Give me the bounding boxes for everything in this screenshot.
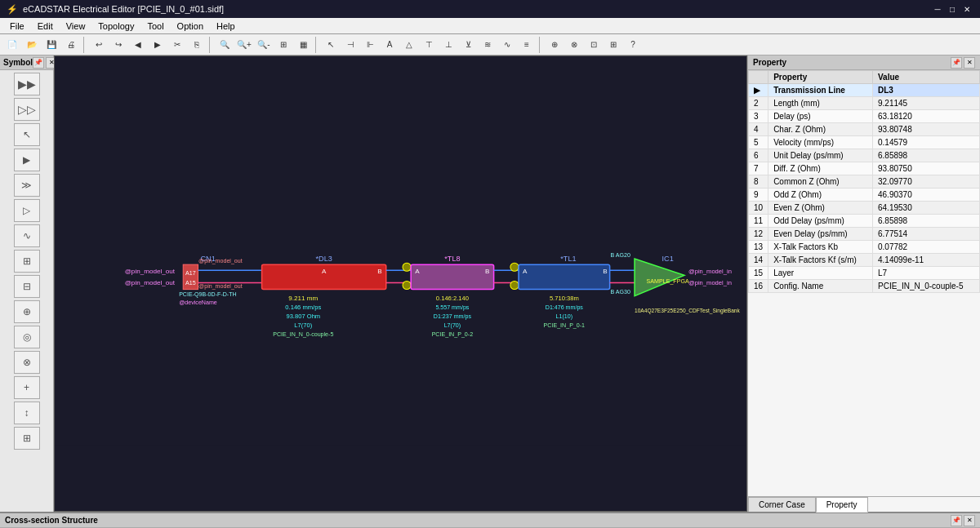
menu-option[interactable]: Option — [171, 20, 210, 33]
tb-zoom-fit[interactable]: ⊞ — [274, 36, 292, 54]
menu-edit[interactable]: Edit — [31, 20, 60, 33]
tb-redo[interactable]: ↪ — [109, 36, 127, 54]
tb-zoom-out[interactable]: 🔍- — [255, 36, 273, 54]
tb-t11[interactable]: ? — [624, 36, 642, 54]
canvas-area[interactable]: CN1 A17 A15 @pin_model_out @pin_model_ou… — [54, 55, 747, 512]
via1[interactable] — [403, 263, 411, 271]
tb-t10[interactable]: ⊞ — [604, 36, 622, 54]
property-row-3[interactable]: 4Char. Z (Ohm)93.80748 — [749, 123, 980, 136]
prop-tab-corner-case[interactable]: Corner Case — [748, 497, 816, 512]
cs-pin[interactable]: 📌 — [951, 515, 962, 526]
symbol-panel-pin[interactable]: 📌 — [33, 57, 44, 69]
property-row-12[interactable]: 13X-Talk Factors Kb0.07782 — [749, 241, 980, 254]
sym-btn-9[interactable]: ⊟ — [14, 275, 40, 298]
schematic-svg[interactable]: CN1 A17 A15 @pin_model_out @pin_model_ou… — [55, 56, 746, 511]
property-row-10[interactable]: 11Odd Delay (ps/mm)6.85898 — [749, 215, 980, 228]
tb-bus[interactable]: ⊩ — [361, 36, 379, 54]
sym-btn-15[interactable]: ⊞ — [14, 427, 40, 450]
tb-label[interactable]: A — [381, 36, 399, 54]
sym-btn-6[interactable]: ▷ — [14, 199, 40, 222]
minimize-button[interactable]: ─ — [931, 2, 944, 16]
sym-btn-2[interactable]: ▷▷ — [14, 98, 40, 121]
svg-text:10A4Q27E3F25E250_CDFTest_Singl: 10A4Q27E3F25E250_CDFTest_SingleBank — [635, 308, 740, 314]
property-row-6[interactable]: 7Diff. Z (Ohm)93.80750 — [749, 162, 980, 175]
property-row-9[interactable]: 10Even Z (Ohm)64.19530 — [749, 202, 980, 215]
property-row-13[interactable]: 14X-Talk Factors Kf (s/m)4.14099e-11 — [749, 254, 980, 267]
ic1-label: IC1 — [662, 255, 674, 263]
maximize-button[interactable]: □ — [946, 2, 959, 16]
sym-btn-5[interactable]: ≫ — [14, 174, 40, 197]
menu-help[interactable]: Help — [210, 20, 242, 33]
property-row-0[interactable]: ▶Transmission LineDL3 — [749, 84, 980, 97]
tb-t5[interactable]: ∿ — [498, 36, 516, 54]
property-pin[interactable]: 📌 — [951, 57, 962, 69]
cs-close[interactable]: ✕ — [964, 515, 975, 526]
property-row-8[interactable]: 9Odd Z (Ohm)46.90370 — [749, 189, 980, 202]
sym-btn-14[interactable]: ↕ — [14, 402, 40, 424]
property-close[interactable]: ✕ — [964, 57, 975, 69]
prop-row-value-9: 64.19530 — [872, 202, 979, 215]
tb-t6[interactable]: ≡ — [518, 36, 536, 54]
prop-row-value-14: L7 — [872, 267, 979, 280]
property-row-1[interactable]: 2Length (mm)9.21145 — [749, 97, 980, 110]
tb-save[interactable]: 💾 — [42, 36, 60, 54]
svg-text:A15: A15 — [185, 280, 196, 286]
property-row-4[interactable]: 5Velocity (mm/ps)0.14579 — [749, 136, 980, 149]
tb-new[interactable]: 📄 — [3, 36, 21, 54]
tb-undo[interactable]: ↩ — [90, 36, 108, 54]
tb-back[interactable]: ◀ — [129, 36, 147, 54]
sym-btn-13[interactable]: + — [14, 376, 40, 399]
tl8-symbol[interactable] — [411, 264, 493, 289]
property-row-5[interactable]: 6Unit Delay (ps/mm)6.85898 — [749, 149, 980, 162]
property-row-15[interactable]: 16Config. NamePCIE_IN_N_0-couple-5 — [749, 280, 980, 293]
sym-btn-3[interactable]: ↖ — [14, 123, 40, 146]
menu-file[interactable]: File — [3, 20, 31, 33]
property-row-2[interactable]: 3Delay (ps)63.18120 — [749, 110, 980, 123]
via4[interactable] — [510, 281, 519, 289]
svg-text:B AG20: B AG20 — [611, 252, 631, 259]
menu-view[interactable]: View — [60, 20, 92, 33]
sym-btn-11[interactable]: ◎ — [14, 326, 40, 348]
tb-t9[interactable]: ⊡ — [585, 36, 603, 54]
tb-print[interactable]: 🖨 — [62, 36, 80, 54]
property-row-7[interactable]: 8Common Z (Ohm)32.09770 — [749, 175, 980, 189]
prop-row-num-13: 14 — [749, 254, 768, 267]
via3[interactable] — [510, 263, 519, 271]
tb-sep1 — [83, 37, 87, 53]
menu-tool[interactable]: Tool — [140, 20, 170, 33]
tb-t4[interactable]: ≋ — [479, 36, 497, 54]
tb-copy[interactable]: ⎘ — [188, 36, 206, 54]
bottom-panel: Cross-section Structure 📌 ✕ Top Resist D… — [0, 512, 980, 528]
prop-col-value: Value — [872, 71, 979, 84]
tb-wire[interactable]: ⊣ — [341, 36, 359, 54]
tb-sym[interactable]: △ — [400, 36, 418, 54]
tb-zoom-sel[interactable]: ▦ — [294, 36, 312, 54]
tb-t7[interactable]: ⊕ — [546, 36, 564, 54]
tb-cut[interactable]: ✂ — [168, 36, 186, 54]
prop-row-property-12: X-Talk Factors Kb — [768, 241, 873, 254]
prop-row-value-11: 6.77514 — [872, 228, 979, 241]
sym-btn-7[interactable]: ∿ — [14, 224, 40, 247]
sym-btn-1[interactable]: ▶▶ — [14, 73, 40, 95]
property-row-11[interactable]: 12Even Delay (ps/mm)6.77514 — [749, 228, 980, 241]
tb-fwd[interactable]: ▶ — [149, 36, 167, 54]
svg-text:PCIE_IN_P_0-1: PCIE_IN_P_0-1 — [544, 322, 586, 329]
sym-btn-10[interactable]: ⊕ — [14, 300, 40, 323]
prop-tab-property[interactable]: Property — [816, 497, 868, 512]
property-row-14[interactable]: 15LayerL7 — [749, 267, 980, 280]
via2[interactable] — [403, 281, 411, 289]
tl1-symbol[interactable] — [519, 264, 610, 289]
tb-zoom-in[interactable]: 🔍+ — [235, 36, 253, 54]
tb-t8[interactable]: ⊗ — [565, 36, 583, 54]
tb-select[interactable]: ↖ — [322, 36, 340, 54]
tb-t2[interactable]: ⊥ — [439, 36, 457, 54]
menu-topology[interactable]: Topology — [91, 20, 140, 33]
sym-btn-8[interactable]: ⊞ — [14, 250, 40, 273]
tb-search[interactable]: 🔍 — [216, 36, 234, 54]
tb-t3[interactable]: ⊻ — [459, 36, 477, 54]
tb-t1[interactable]: ⊤ — [420, 36, 438, 54]
close-button[interactable]: ✕ — [960, 2, 973, 16]
tb-open[interactable]: 📂 — [23, 36, 41, 54]
sym-btn-12[interactable]: ⊗ — [14, 351, 40, 374]
sym-btn-4[interactable]: ▶ — [14, 149, 40, 171]
